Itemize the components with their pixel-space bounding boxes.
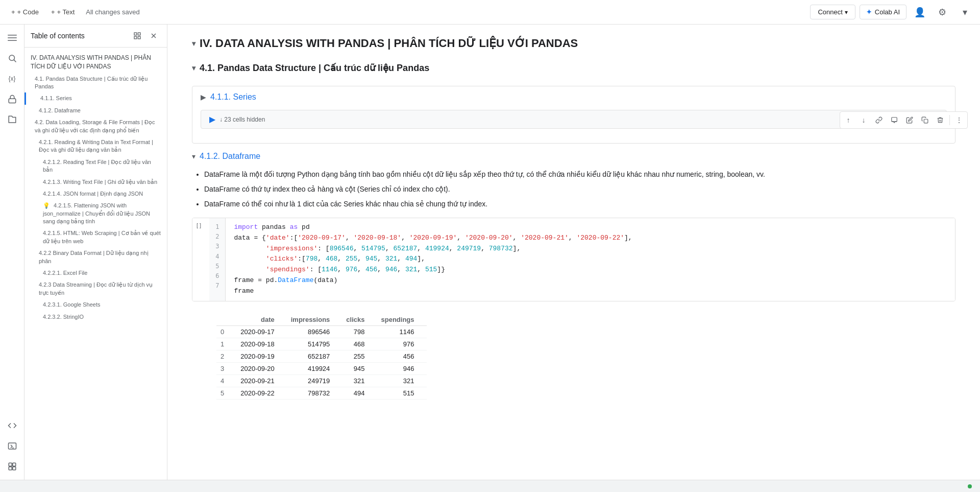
code-line-5: 'spendings': [1146, 976, 456, 946, 321, … — [234, 265, 947, 275]
toc-item-15[interactable]: 4.2.3.2. StringIO — [24, 311, 167, 323]
colab-ai-button[interactable]: ✦ Colab AI — [860, 5, 906, 19]
svg-rect-0 — [8, 35, 17, 36]
toc-item-13[interactable]: 4.2.3 Data Streaming | Đọc dữ liệu từ dị… — [24, 279, 167, 299]
toc-item-7[interactable]: 4.2.1.3. Writing Text File | Ghi dữ liệu… — [24, 176, 167, 188]
toc-label-9: 4.2.1.5. Flattening JSON with json_norma… — [43, 202, 150, 224]
rail-variables-icon[interactable]: {x} — [3, 69, 21, 88]
svg-rect-14 — [138, 33, 140, 35]
table-cell-index: 1 — [216, 338, 236, 350]
table-cell: 515 — [377, 387, 426, 399]
rail-secrets-icon[interactable] — [3, 90, 21, 108]
code-body: [ ] 1234567 import pandas as pd data = {… — [192, 218, 955, 301]
toolbar: + + Code + + Text All changes saved Conn… — [0, 0, 980, 25]
sidebar-header-icons — [130, 29, 161, 43]
link-button[interactable] — [872, 113, 886, 127]
toc-label-14: 4.2.3.1. Google Sheets — [43, 301, 101, 308]
toc-label-7: 4.2.1.3. Writing Text File | Ghi dữ liệu… — [43, 179, 157, 185]
bullet-item-1: DataFrame có thứ tự index theo cả hàng v… — [204, 184, 955, 195]
toc-item-11[interactable]: 4.2.2 Binary Data Format | Dữ liệu dạng … — [24, 247, 167, 267]
svg-line-4 — [14, 60, 16, 62]
copy-button[interactable] — [918, 113, 932, 127]
toc-label-8: 4.2.1.4. JSON format | Định dạng JSON — [43, 191, 143, 197]
more-button[interactable]: ⋮ — [952, 113, 966, 127]
add-text-button[interactable]: + + Text — [46, 5, 80, 19]
table-cell: 321 — [377, 374, 426, 387]
settings-button[interactable]: ⚙ — [933, 3, 951, 21]
svg-rect-20 — [924, 119, 928, 123]
toc-label-0: IV. DATA ANALYSIS WITH PANDAS | PHÂN TÍC… — [31, 54, 151, 70]
plus-code-icon: + — [11, 8, 15, 16]
more-options-button[interactable]: ▾ — [955, 3, 974, 21]
table-header-row: date impressions clicks spendings — [216, 314, 427, 326]
toc-item-4[interactable]: 4.2. Data Loading, Storage & File Format… — [24, 116, 167, 136]
rail-terminal-icon[interactable] — [3, 437, 21, 455]
connect-button[interactable]: Connect ▾ — [810, 5, 855, 19]
h2-chevron-icon[interactable]: ▾ — [192, 64, 195, 72]
toc-item-1[interactable]: 4.1. Pandas Data Structure | Cấu trúc dữ… — [24, 73, 167, 93]
comment-button[interactable] — [887, 113, 901, 127]
bullet-text-1: DataFrame có thứ tự index theo cả hàng v… — [204, 185, 450, 193]
h3-dataframe-chevron-icon[interactable]: ▾ — [192, 152, 195, 160]
toc-item-0[interactable]: IV. DATA ANALYSIS WITH PANDAS | PHÂN TÍC… — [24, 52, 167, 73]
toc-item-10[interactable]: 4.2.1.5. HTML: Web Scraping | Cơ bản về … — [24, 227, 167, 247]
table-cell: 468 — [342, 338, 377, 350]
svg-rect-13 — [134, 33, 137, 35]
toc-item-5[interactable]: 4.2.1. Reading & Writing Data in Text Fo… — [24, 136, 167, 156]
toc-label-6: 4.2.1.2. Reading Text File | Đọc dữ liệu… — [43, 159, 151, 173]
table-cell: 456 — [377, 350, 426, 362]
move-down-button[interactable]: ↓ — [856, 113, 871, 127]
sidebar-title: Table of contents — [31, 32, 85, 40]
bullet-item-0: DataFrame là một đối tượng Python dạng b… — [204, 169, 955, 180]
table-row: 32020-09-20419924945946 — [216, 362, 427, 374]
delete-button[interactable] — [933, 113, 947, 127]
dataframe-section: ▾ 4.1.2. Dataframe DataFrame là một đối … — [192, 152, 955, 408]
separator — [949, 115, 950, 125]
table-cell-index: 5 — [216, 387, 236, 399]
main-layout: {x} Table of contents — [0, 25, 980, 480]
add-code-button[interactable]: + + Code — [6, 5, 44, 19]
df-output: date impressions clicks spendings 02020-… — [192, 310, 955, 408]
move-up-button[interactable]: ↑ — [841, 113, 855, 127]
table-cell-index: 2 — [216, 350, 236, 362]
status-bar — [0, 480, 980, 492]
toc-item-8[interactable]: 4.2.1.4. JSON format | Định dạng JSON — [24, 188, 167, 200]
h1-chevron-icon[interactable]: ▾ — [192, 39, 195, 48]
table-row: 42020-09-21249719321321 — [216, 374, 427, 387]
table-row: 22020-09-19652187255456 — [216, 350, 427, 362]
accounts-button[interactable]: 👤 — [911, 3, 929, 21]
table-cell: 2020-09-20 — [236, 362, 287, 374]
rail-search-icon[interactable] — [3, 49, 21, 67]
bulb-icon: 💡 — [43, 202, 50, 208]
rail-extensions-icon[interactable] — [3, 457, 21, 476]
edit-button[interactable] — [902, 113, 917, 127]
rail-menu-icon[interactable] — [3, 29, 21, 47]
th-spendings: spendings — [377, 314, 426, 326]
code-label: + Code — [17, 8, 39, 16]
table-cell: 2020-09-19 — [236, 350, 287, 362]
table-cell: 945 — [342, 362, 377, 374]
code-content[interactable]: import pandas as pd data = {'date':['202… — [226, 218, 955, 301]
rail-code-icon[interactable] — [3, 416, 21, 435]
th-clicks: clicks — [342, 314, 377, 326]
bullet-list: DataFrame là một đối tượng Python dạng b… — [192, 169, 955, 209]
toc-item-2[interactable]: 4.1.1. Series — [24, 92, 167, 104]
hidden-cells-banner[interactable]: ▶ ↓ 23 cells hidden — [201, 110, 947, 129]
content-area: ↑ ↓ ⋮ ▾ IV. DATA ANALYSIS WITH PANDAS — [167, 25, 980, 480]
table-row: 52020-09-22798732494515 — [216, 387, 427, 399]
sidebar-close-button[interactable] — [146, 29, 161, 43]
toc-item-14[interactable]: 4.2.3.1. Google Sheets — [24, 299, 167, 311]
toc-label-13: 4.2.3 Data Streaming | Đọc dữ liệu từ dị… — [39, 282, 153, 295]
toc-item-6[interactable]: 4.2.1.2. Reading Text File | Đọc dữ liệu… — [24, 156, 167, 176]
section-h3-series: ▶ 4.1.1. Series — [201, 92, 947, 102]
table-cell: 798732 — [287, 387, 342, 399]
rail-files-icon[interactable] — [3, 110, 21, 129]
toc-item-9[interactable]: 💡 4.2.1.5. Flattening JSON with json_nor… — [24, 200, 167, 227]
h3-series-chevron-icon[interactable]: ▶ — [201, 93, 206, 101]
toc-item-3[interactable]: 4.1.2. Dataframe — [24, 105, 167, 116]
toc-item-12[interactable]: 4.2.2.1. Excel File — [24, 267, 167, 279]
table-cell: 2020-09-21 — [236, 374, 287, 387]
sidebar-expand-button[interactable] — [130, 29, 144, 43]
code-line-2: data = {'date':['2020-09-17', '2020-09-1… — [234, 233, 947, 244]
svg-text:{x}: {x} — [8, 75, 15, 82]
text-label: + Text — [57, 8, 75, 16]
